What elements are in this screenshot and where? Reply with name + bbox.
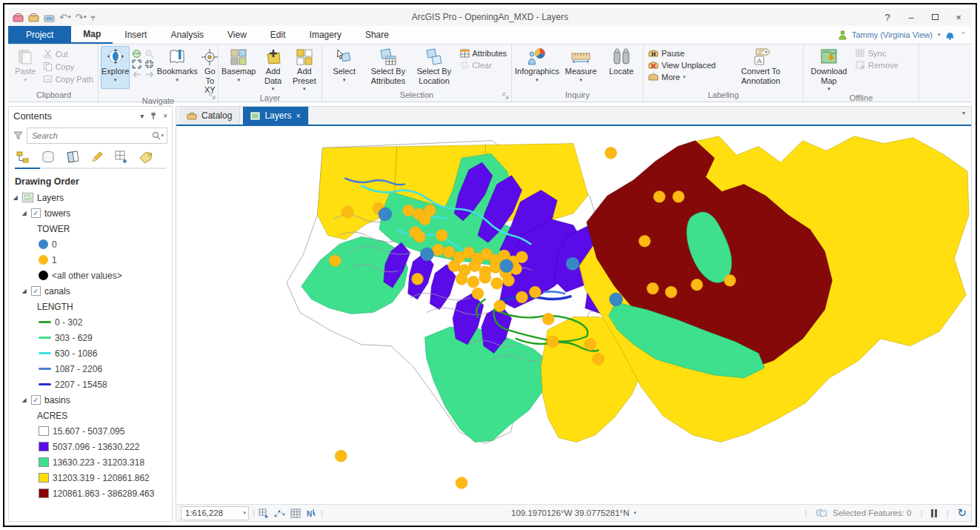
customize-quick-access-button[interactable]: ╤ bbox=[91, 13, 95, 21]
expand-icon[interactable]: ◢ bbox=[21, 288, 27, 294]
map-canvas[interactable] bbox=[176, 126, 971, 504]
basemap-button[interactable]: Basemap ▾ bbox=[221, 46, 256, 89]
coordinates-caret[interactable]: ▾ bbox=[633, 510, 636, 516]
map-scale-combo[interactable]: ▾ bbox=[181, 506, 249, 520]
save-project-button[interactable] bbox=[13, 13, 24, 22]
table-icon[interactable] bbox=[290, 509, 301, 518]
infographics-button[interactable]: Infographics ▾ bbox=[514, 46, 560, 89]
tab-analysis[interactable]: Analysis bbox=[159, 26, 216, 44]
tab-edit[interactable]: Edit bbox=[259, 26, 298, 44]
list-by-data-source-button[interactable] bbox=[39, 149, 57, 165]
pause-drawing-button[interactable] bbox=[931, 509, 937, 517]
explore-button[interactable]: Explore ▾ bbox=[101, 46, 130, 89]
filter-funnel-icon[interactable] bbox=[13, 131, 23, 140]
list-by-labeling-button[interactable] bbox=[137, 149, 155, 165]
copy-path-button[interactable]: Copy Path bbox=[41, 73, 96, 85]
fixed-zoom-in-icon[interactable] bbox=[144, 49, 155, 59]
tab-share[interactable]: Share bbox=[353, 26, 401, 44]
search-input[interactable] bbox=[30, 130, 152, 141]
previous-extent-icon[interactable] bbox=[131, 70, 142, 79]
help-button[interactable]: ? bbox=[877, 10, 898, 24]
view-tab-catalog[interactable]: Catalog bbox=[179, 107, 240, 125]
search-icon[interactable] bbox=[152, 131, 161, 140]
pause-labeling-button[interactable]: Pause bbox=[646, 48, 733, 59]
tab-list-caret[interactable]: ▾ bbox=[962, 110, 965, 116]
list-by-editing-button[interactable] bbox=[88, 149, 106, 165]
redo-button[interactable]: ↷▾ bbox=[75, 13, 86, 22]
add-preset-button[interactable]: Add Preset ▾ bbox=[290, 46, 319, 93]
basins-visibility-checkbox[interactable]: ✓ bbox=[31, 395, 41, 405]
legend-item[interactable]: 5037.096 - 13630.222 bbox=[12, 439, 172, 454]
towers-visibility-checkbox[interactable]: ✓ bbox=[31, 208, 41, 218]
add-data-button[interactable]: Add Data ▾ bbox=[258, 46, 287, 93]
legend-item[interactable]: 0 - 302 bbox=[12, 314, 172, 330]
canals-visibility-checkbox[interactable]: ✓ bbox=[31, 286, 41, 296]
tab-project[interactable]: Project bbox=[8, 26, 71, 44]
legend-item[interactable]: 1 bbox=[12, 252, 172, 268]
refresh-map-button[interactable]: ↻ bbox=[957, 508, 967, 519]
view-tab-layers[interactable]: Layers × bbox=[243, 107, 308, 125]
cut-button[interactable]: Cut bbox=[41, 48, 96, 59]
expand-icon[interactable]: ◢ bbox=[21, 397, 27, 403]
selection-dialog-launcher-icon[interactable] bbox=[502, 93, 510, 100]
tab-insert[interactable]: Insert bbox=[113, 26, 159, 44]
go-to-xy-button[interactable]: Go To XY bbox=[199, 46, 220, 96]
select-button[interactable]: Select ▾ bbox=[324, 46, 364, 89]
minimize-button[interactable]: – bbox=[901, 10, 921, 24]
new-project-button[interactable] bbox=[44, 13, 55, 22]
legend-item[interactable]: 0 bbox=[12, 236, 172, 252]
scale-caret[interactable]: ▾ bbox=[243, 510, 246, 516]
convert-to-annotation-button[interactable]: A Convert To Annotation bbox=[735, 46, 787, 89]
legend-item[interactable]: 120861.863 - 386289.463 bbox=[12, 486, 172, 501]
search-options-caret[interactable]: ▾ bbox=[161, 133, 164, 139]
copy-button[interactable]: Copy bbox=[41, 61, 96, 72]
legend-item[interactable]: 15.607 - 5037.095 bbox=[12, 423, 172, 439]
tab-map[interactable]: Map bbox=[71, 26, 113, 44]
shrink-extent-arrows-icon[interactable] bbox=[144, 59, 155, 69]
close-tab-icon[interactable]: × bbox=[296, 111, 300, 120]
signed-in-user[interactable]: Tammy (Virginia View) bbox=[852, 30, 933, 39]
list-by-drawing-order-button[interactable] bbox=[15, 149, 33, 165]
tab-view[interactable]: View bbox=[216, 26, 259, 44]
tree-node-map[interactable]: ◢ Layers bbox=[12, 190, 172, 205]
maximize-button[interactable] bbox=[924, 10, 945, 24]
grid-plus-icon[interactable] bbox=[259, 509, 269, 518]
sync-button[interactable]: Sync bbox=[853, 48, 901, 59]
notifications-bell-icon[interactable] bbox=[945, 30, 955, 40]
legend-item[interactable]: 2207 - 15458 bbox=[12, 377, 172, 392]
north-arrow-icon[interactable]: N bbox=[306, 509, 317, 518]
legend-item[interactable]: 630 - 1086 bbox=[12, 345, 172, 361]
more-labeling-button[interactable]: More▾ bbox=[646, 72, 733, 82]
paste-button[interactable]: Paste ▾ bbox=[12, 46, 39, 89]
remove-download-button[interactable]: Remove bbox=[853, 60, 901, 70]
open-project-button[interactable] bbox=[28, 13, 39, 22]
selected-features-count[interactable]: Selected Features: 0 bbox=[833, 509, 911, 517]
list-by-snapping-button[interactable] bbox=[113, 149, 130, 165]
select-by-attributes-button[interactable]: Select By Attributes bbox=[365, 46, 410, 89]
legend-item[interactable]: 1087 - 2206 bbox=[12, 361, 172, 377]
legend-item[interactable]: 13630.223 - 31203.318 bbox=[12, 454, 172, 470]
download-map-button[interactable]: Download Map ▾ bbox=[806, 46, 852, 93]
pin-icon[interactable] bbox=[150, 112, 157, 120]
list-by-selection-button[interactable] bbox=[64, 149, 81, 165]
legend-item[interactable]: 303 - 629 bbox=[12, 330, 172, 345]
tree-node-canals[interactable]: ◢ ✓ canals bbox=[12, 283, 172, 299]
scale-input[interactable] bbox=[184, 508, 243, 518]
close-button[interactable]: × bbox=[948, 10, 969, 24]
measure-path-icon[interactable] bbox=[274, 509, 285, 518]
measure-button[interactable]: Measure ▾ bbox=[561, 46, 601, 89]
expand-icon[interactable]: ◢ bbox=[12, 194, 19, 201]
navigate-dialog-launcher-icon[interactable] bbox=[209, 93, 216, 100]
legend-item[interactable]: <all other values> bbox=[12, 268, 172, 283]
tree-node-basins[interactable]: ◢ ✓ basins bbox=[12, 392, 172, 408]
clear-selection-button[interactable]: Clear bbox=[458, 60, 509, 70]
expand-icon[interactable]: ◢ bbox=[21, 210, 27, 216]
legend-item[interactable]: 31203.319 - 120861.862 bbox=[12, 470, 172, 486]
next-extent-icon[interactable] bbox=[144, 70, 155, 79]
locate-button[interactable]: Locate bbox=[601, 46, 641, 89]
tree-node-towers[interactable]: ◢ ✓ towers bbox=[12, 205, 172, 221]
attributes-button[interactable]: Attributes bbox=[458, 48, 509, 59]
select-by-location-button[interactable]: Select By Location bbox=[412, 46, 456, 89]
close-pane-button[interactable]: × bbox=[163, 112, 167, 120]
undo-button[interactable]: ↶▾ bbox=[59, 13, 70, 22]
